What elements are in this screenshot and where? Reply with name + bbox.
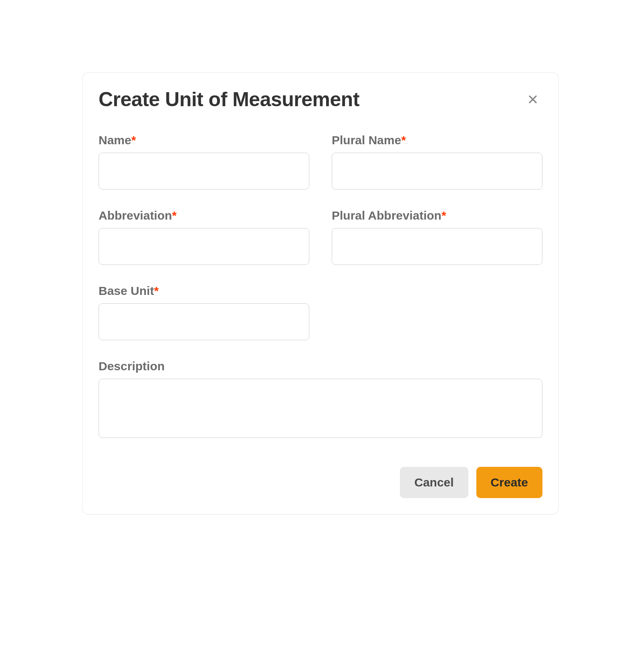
close-icon (526, 93, 539, 106)
description-label: Description (99, 359, 542, 373)
name-input[interactable] (99, 153, 309, 190)
base-unit-input[interactable] (99, 303, 309, 340)
required-asterisk: * (401, 133, 406, 147)
create-unit-modal: Create Unit of Measurement Name* Plural … (82, 72, 559, 515)
description-input[interactable] (99, 379, 542, 438)
field-group-description: Description (99, 359, 542, 438)
required-asterisk: * (154, 284, 159, 297)
field-group-plural-name: Plural Name* (332, 133, 542, 190)
base-unit-label-text: Base Unit (99, 284, 154, 297)
modal-title: Create Unit of Measurement (99, 88, 359, 111)
description-label-text: Description (99, 359, 165, 373)
required-asterisk: * (131, 133, 136, 147)
modal-header: Create Unit of Measurement (99, 88, 542, 111)
plural-abbreviation-label-text: Plural Abbreviation (332, 209, 441, 222)
abbreviation-input[interactable] (99, 228, 309, 265)
plural-name-label: Plural Name* (332, 133, 542, 147)
field-group-plural-abbreviation: Plural Abbreviation* (332, 209, 542, 265)
modal-footer: Cancel Create (99, 467, 542, 498)
abbreviation-label-text: Abbreviation (99, 209, 172, 222)
cancel-button[interactable]: Cancel (400, 467, 468, 498)
form-grid: Name* Plural Name* Abbreviation* Plural … (99, 133, 542, 438)
close-button[interactable] (523, 90, 542, 109)
field-group-abbreviation: Abbreviation* (99, 209, 309, 265)
plural-name-label-text: Plural Name (332, 133, 401, 147)
plural-abbreviation-input[interactable] (332, 228, 542, 265)
required-asterisk: * (172, 209, 177, 222)
plural-abbreviation-label: Plural Abbreviation* (332, 209, 542, 222)
abbreviation-label: Abbreviation* (99, 209, 309, 222)
create-button[interactable]: Create (476, 467, 542, 498)
base-unit-label: Base Unit* (99, 284, 309, 298)
name-label-text: Name (99, 133, 131, 147)
name-label: Name* (99, 133, 309, 147)
plural-name-input[interactable] (332, 153, 542, 190)
field-group-base-unit: Base Unit* (99, 284, 309, 340)
field-group-name: Name* (99, 133, 309, 190)
required-asterisk: * (441, 209, 446, 222)
